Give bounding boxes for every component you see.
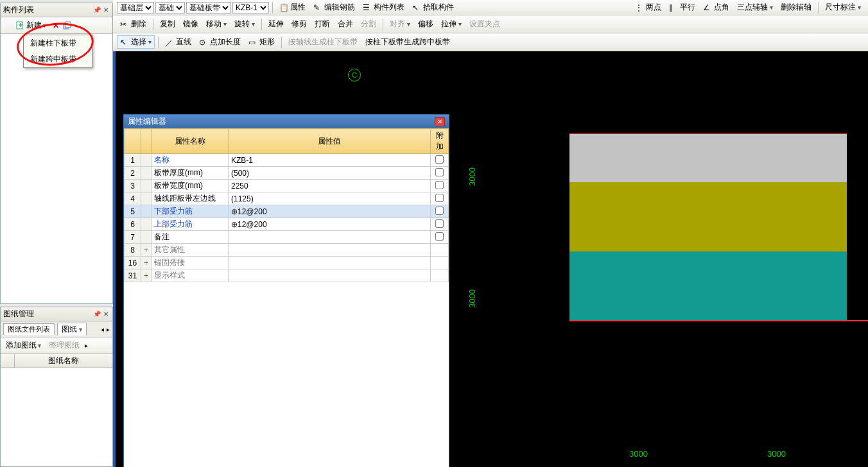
panel-close-icon[interactable]: ✕ [102, 6, 110, 14]
prop-value[interactable]: 2250 [229, 180, 431, 192]
delete-aux-button[interactable]: 删除辅轴 [777, 1, 815, 14]
new-icon [16, 21, 25, 30]
prop-attach[interactable] [431, 180, 449, 192]
drawings-header: 图纸管理 📌 ✕ [1, 307, 112, 321]
copy-icon[interactable] [63, 21, 72, 30]
prop-attach[interactable] [431, 192, 449, 205]
vdim-2: 3000 [467, 289, 477, 308]
new-button[interactable]: 新建 ▾ [13, 19, 49, 32]
trim-btn[interactable]: 修剪 [288, 17, 310, 31]
expand-icon[interactable]: + [141, 257, 152, 269]
delete-button[interactable]: ✕ [50, 21, 62, 30]
pick-component-button[interactable]: ↖拾取构件 [409, 1, 457, 14]
prop-value[interactable]: (500) [229, 167, 431, 180]
add-drawing-button[interactable]: 添加图纸 ▾ [3, 339, 44, 352]
component-list-button[interactable]: ☰构件列表 [360, 1, 408, 14]
propdlg-titlebar[interactable]: 属性编辑器 ✕ [124, 115, 449, 128]
prop-value[interactable] [229, 269, 431, 282]
mirror-btn[interactable]: 镜像 [180, 17, 202, 31]
layer-combo[interactable]: 基础层 [117, 2, 154, 13]
point-angle-button[interactable]: ∠点角 [700, 1, 733, 14]
panel-close-icon[interactable]: ✕ [102, 310, 110, 318]
prop-attach[interactable] [431, 244, 449, 257]
parallel-button[interactable]: ∥平行 [666, 1, 699, 14]
prop-value[interactable] [229, 231, 431, 244]
prop-attach[interactable] [431, 257, 449, 269]
merge-btn[interactable]: 合并 [334, 17, 356, 31]
component-list-title: 构件列表 [3, 4, 34, 15]
col-name: 属性名称 [152, 129, 229, 154]
axis-label-c: C [348, 69, 361, 81]
copy-btn[interactable]: 复制 [157, 17, 178, 31]
pin-icon[interactable]: 📌 [93, 310, 101, 318]
prop-attach[interactable] [431, 167, 449, 180]
property-row[interactable]: 6上部受力筋⊕12@200 [125, 218, 449, 231]
tab-drawings[interactable]: 图纸 ▾ [57, 323, 87, 335]
menu-new-column-strip[interactable]: 新建柱下板带 [24, 35, 92, 51]
gen-col-strip-button[interactable]: 按轴线生成柱下板带 [285, 35, 361, 49]
prop-attach[interactable] [431, 231, 449, 244]
line-button[interactable]: ／直线 [162, 35, 195, 49]
expand-icon[interactable]: + [141, 244, 152, 257]
break-btn[interactable]: 打断 [311, 17, 333, 31]
pin-icon[interactable]: 📌 [93, 6, 101, 14]
property-row[interactable]: 16+锚固搭接 [125, 257, 449, 269]
property-row[interactable]: 3板带宽度(mm)2250 [125, 180, 449, 192]
property-row[interactable]: 4轴线距板带左边线(1125) [125, 192, 449, 205]
prop-attach[interactable] [431, 205, 449, 218]
three-point-aux-button[interactable]: 三点辅轴 ▾ [734, 1, 776, 14]
prop-value[interactable]: ⊕12@200 [229, 218, 431, 231]
property-row[interactable]: 7备注 [125, 231, 449, 244]
more-icon[interactable]: ▸ [85, 342, 88, 349]
property-row[interactable]: 31+显示样式 [125, 269, 449, 282]
expand-icon [141, 167, 152, 180]
dropdown-icon: ▾ [43, 22, 46, 29]
prop-value[interactable]: (1125) [229, 192, 431, 205]
prop-value[interactable]: ⊕12@200 [229, 205, 431, 218]
tab-nav-right[interactable]: ▸ [107, 326, 110, 333]
prop-attach[interactable] [431, 154, 449, 167]
propdlg-close-icon[interactable]: ✕ [435, 117, 445, 126]
tab-nav-left[interactable]: ◂ [101, 326, 104, 333]
split-btn[interactable]: 分割 [358, 17, 379, 31]
component-toolbar: 新建 ▾ ✕ [1, 17, 112, 34]
prop-value[interactable] [229, 244, 431, 257]
extend-btn[interactable]: 延伸 [265, 17, 287, 31]
property-row[interactable]: 2板带厚度(mm)(500) [125, 167, 449, 180]
rebar-icon: ✎ [313, 3, 322, 12]
arrange-drawing-button[interactable]: 整理图纸 [46, 339, 82, 352]
gen-span-strip-button[interactable]: 按柱下板带生成跨中板带 [362, 35, 453, 49]
parallel-icon: ∥ [669, 3, 678, 12]
delete-btn[interactable]: ✂删除 [117, 17, 150, 31]
rect-button[interactable]: ▭矩形 [245, 35, 278, 49]
property-row[interactable]: 1名称KZB-1 [125, 154, 449, 167]
tab-file-list[interactable]: 图纸文件列表 [3, 323, 55, 335]
offset-btn[interactable]: 偏移 [415, 17, 437, 31]
toolbar-row-2: ✂删除 复制 镜像 移动 ▾ 旋转 ▾ 延伸 修剪 打断 合并 分割 对齐 ▾ … [113, 15, 868, 33]
type-combo[interactable]: 基础板带 [186, 2, 231, 13]
two-point-button[interactable]: ⋮两点 [632, 1, 664, 14]
edit-rebar-button[interactable]: ✎编辑钢筋 [310, 1, 358, 14]
rotate-btn[interactable]: 旋转 ▾ [231, 17, 258, 31]
property-row[interactable]: 5下部受力筋⊕12@200 [125, 205, 449, 218]
prop-name: 显示样式 [152, 269, 229, 282]
row-num: 5 [125, 205, 141, 218]
prop-value[interactable] [229, 257, 431, 269]
align-btn[interactable]: 对齐 ▾ [386, 17, 413, 31]
prop-attach[interactable] [431, 218, 449, 231]
property-row[interactable]: 8+其它属性 [125, 244, 449, 257]
select-button[interactable]: ↖选择 ▾ [117, 35, 155, 49]
dimension-button[interactable]: 尺寸标注 ▾ [822, 1, 864, 14]
point-length-button[interactable]: ⊙点加长度 [196, 35, 244, 49]
item-combo[interactable]: KZB-1 [232, 2, 269, 13]
expand-icon[interactable]: + [141, 269, 152, 282]
propdlg-title: 属性编辑器 [128, 116, 166, 127]
category-combo[interactable]: 基础 [155, 2, 185, 13]
move-btn[interactable]: 移动 ▾ [203, 17, 230, 31]
prop-attach[interactable] [431, 269, 449, 282]
property-button[interactable]: 📋属性 [276, 1, 309, 14]
grip-btn[interactable]: 设置夹点 [466, 17, 503, 31]
prop-value[interactable]: KZB-1 [229, 154, 431, 167]
menu-new-span-strip[interactable]: 新建跨中板带 [24, 51, 92, 67]
stretch-btn[interactable]: 拉伸 ▾ [438, 17, 465, 31]
